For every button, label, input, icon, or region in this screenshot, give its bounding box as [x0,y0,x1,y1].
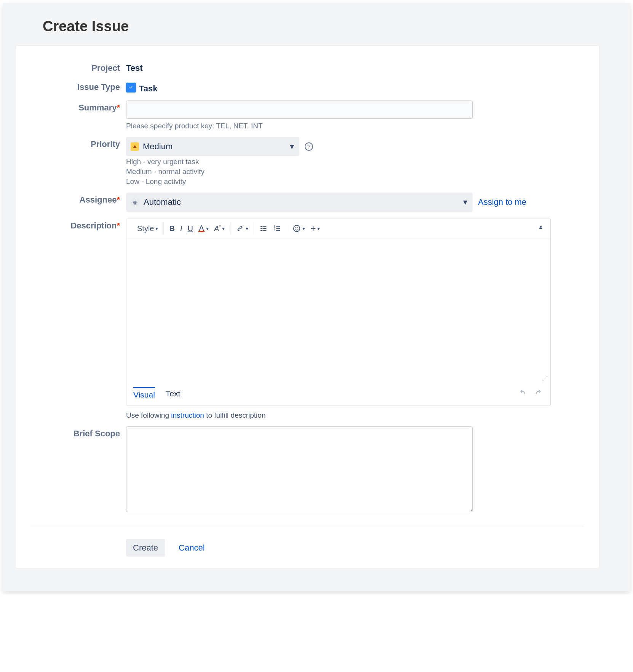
tab-text[interactable]: Text [166,387,181,402]
brief-scope-textarea[interactable] [126,426,473,512]
insert-button[interactable]: +▾ [310,223,320,234]
bold-button[interactable]: B [169,224,174,233]
label-assignee: Assignee [80,195,117,204]
summary-input[interactable] [126,101,473,119]
svg-text:3: 3 [274,229,275,231]
bullet-list-button[interactable] [259,224,268,233]
divider [31,526,584,526]
create-button[interactable]: Create [126,539,165,557]
svg-point-4 [261,230,262,231]
undo-icon[interactable] [518,389,527,400]
description-editor: Style▾ B I U A ▾ [126,219,551,406]
svg-rect-1 [263,226,267,227]
svg-point-2 [261,228,262,229]
label-issue-type: Issue Type [31,80,126,92]
tab-visual[interactable]: Visual [133,387,155,402]
emoji-button[interactable]: ▾ [293,224,305,233]
chevron-down-icon: ▾ [290,142,294,152]
description-textarea[interactable]: ⋰ [126,238,550,383]
svg-rect-11 [277,230,280,231]
svg-rect-7 [277,226,280,227]
page-title: Create Issue [43,18,599,35]
assignee-value: Automatic [144,197,181,207]
label-project: Project [31,61,126,73]
priority-select[interactable]: Medium ▾ [126,137,299,156]
italic-button[interactable]: I [180,224,182,233]
chevron-down-icon: ▾ [463,197,467,207]
create-issue-form: Project Test Issue Type Task Summary* [15,45,599,568]
svg-point-13 [295,227,296,228]
numbered-list-button[interactable]: 123 [273,224,281,233]
label-brief-scope: Brief Scope [31,426,126,439]
issue-type-value: Task [139,81,158,94]
label-summary: Summary [78,103,117,112]
priority-value: Medium [143,142,173,152]
svg-point-14 [297,227,298,228]
collapse-toolbar-icon[interactable] [537,224,545,233]
underline-button[interactable]: U [187,224,193,233]
task-icon [126,83,136,93]
clear-format-button[interactable]: A°▾ [214,224,225,233]
svg-point-12 [294,225,300,232]
help-icon[interactable]: ? [305,142,313,151]
svg-point-0 [261,226,262,227]
text-color-button[interactable]: A ▾ [198,225,209,232]
priority-help-low: Low - Long activity [126,177,584,186]
label-priority: Priority [31,137,126,149]
assignee-select[interactable]: ◉ Automatic ▾ [126,193,473,212]
priority-medium-icon [131,142,139,151]
svg-rect-5 [263,230,267,231]
cancel-button[interactable]: Cancel [172,539,211,557]
priority-help-high: High - very urgent task [126,158,584,166]
avatar-icon: ◉ [131,198,140,207]
svg-rect-9 [277,228,280,229]
instruction-link[interactable]: instruction [171,411,204,419]
description-help: Use following instruction to fulfill des… [126,411,584,420]
resize-handle-icon[interactable]: ⋰ [542,377,548,381]
priority-help-medium: Medium - normal activity [126,168,584,176]
editor-toolbar: Style▾ B I U A ▾ [126,219,550,238]
label-description: Description [70,221,117,230]
summary-help: Please specify product key: TEL, NET, IN… [126,122,584,130]
redo-icon[interactable] [534,389,543,400]
assign-to-me-link[interactable]: Assign to me [478,197,526,207]
svg-rect-3 [263,228,267,229]
project-value: Test [126,61,143,73]
style-dropdown[interactable]: Style▾ [137,224,158,233]
link-button[interactable]: ▾ [236,224,248,233]
